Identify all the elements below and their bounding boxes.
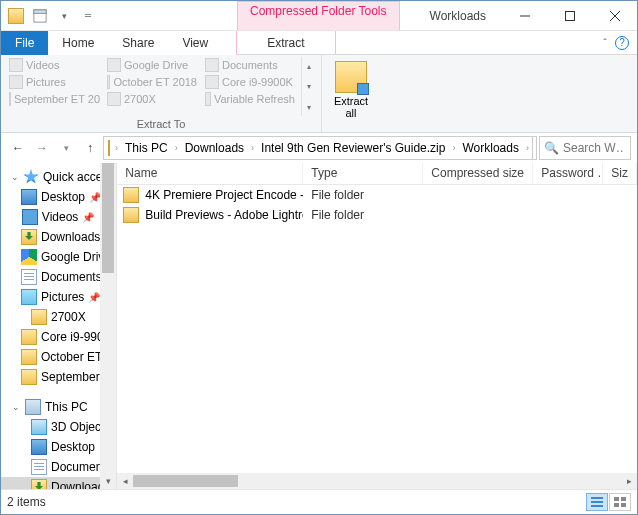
svg-rect-11 [614, 503, 619, 507]
status-text: 2 items [7, 495, 46, 509]
extract-destination[interactable]: Pictures [7, 74, 101, 90]
item-icon [21, 229, 37, 245]
expand-collapse-icon[interactable]: ⌄ [11, 172, 19, 182]
svg-rect-3 [565, 11, 574, 20]
navpane-item[interactable]: Desktop [1, 437, 116, 457]
column-name[interactable]: Name [117, 163, 303, 184]
close-button[interactable] [592, 1, 637, 30]
item-icon [21, 349, 37, 365]
address-history-dropdown[interactable]: ⌄ [532, 137, 537, 159]
content-pane: Name Type Compressed size Password … Siz… [117, 163, 637, 489]
search-box[interactable]: 🔍 [539, 136, 631, 160]
nav-recent-dropdown[interactable]: ▾ [55, 137, 77, 159]
extract-destination[interactable]: Documents [203, 57, 297, 73]
column-compressed-size[interactable]: Compressed size [423, 163, 533, 184]
file-row[interactable]: Build Previews - Adobe Lightroom …File f… [117, 205, 637, 225]
properties-icon[interactable] [29, 5, 51, 27]
navpane-item[interactable]: Desktop📌 [1, 187, 116, 207]
tab-view[interactable]: View [168, 31, 222, 55]
window-title: Workloads [400, 1, 502, 30]
navpane-item[interactable]: 2700X [1, 307, 116, 327]
extract-destination[interactable]: Google Drive [105, 57, 199, 73]
item-icon [31, 309, 47, 325]
nav-back-button[interactable]: ← [7, 137, 29, 159]
nav-forward-button[interactable]: → [31, 137, 53, 159]
extract-destination[interactable]: Videos [7, 57, 101, 73]
navpane-item[interactable]: Documents📌 [1, 267, 116, 287]
expand-collapse-icon[interactable]: ⌄ [11, 402, 21, 412]
scroll-left-icon[interactable]: ◂ [117, 473, 133, 489]
column-headers: Name Type Compressed size Password … Siz [117, 163, 637, 185]
item-icon [21, 329, 37, 345]
minimize-button[interactable] [502, 1, 547, 30]
navpane-item[interactable]: Core i9-9900K [1, 327, 116, 347]
navpane-item[interactable]: Google Drive📌 [1, 247, 116, 267]
navpane-item[interactable]: Downloads📌 [1, 227, 116, 247]
address-folder-icon[interactable] [108, 140, 110, 156]
breadcrumb-seg[interactable]: This PC [121, 141, 172, 155]
tab-home[interactable]: Home [48, 31, 108, 55]
address-bar[interactable]: › This PC› Downloads› Intel 9th Gen Revi… [103, 136, 537, 160]
extract-destination[interactable]: October ET 2018 [105, 74, 199, 90]
breadcrumb-chevron[interactable]: › [113, 143, 120, 153]
folder-icon [107, 75, 110, 89]
column-size[interactable]: Siz [603, 163, 637, 184]
extract-destination[interactable]: 2700X [105, 91, 199, 107]
scrollbar-thumb[interactable] [133, 475, 238, 487]
scrollbar-thumb[interactable] [102, 163, 114, 273]
view-details-button[interactable] [586, 493, 608, 511]
folder-icon [123, 207, 139, 223]
navpane-item[interactable]: Videos📌 [1, 207, 116, 227]
breadcrumb-seg[interactable]: Workloads [458, 141, 522, 155]
folder-icon [123, 187, 139, 203]
content-hscrollbar[interactable]: ◂ ▸ [117, 473, 637, 489]
navpane-quick-access[interactable]: ⌄ Quick access [1, 167, 116, 187]
navigation-row: ← → ▾ ↑ › This PC› Downloads› Intel 9th … [1, 133, 637, 163]
qat-dropdown-icon[interactable]: ▾ [53, 5, 75, 27]
extract-destination[interactable]: Variable Refresh [203, 91, 297, 107]
file-row[interactable]: 4K Premiere Project Encode - Adob…File f… [117, 185, 637, 205]
navpane-this-pc[interactable]: ⌄ This PC [1, 397, 116, 417]
tab-extract[interactable]: Extract [236, 31, 335, 55]
view-large-icons-button[interactable] [609, 493, 631, 511]
scroll-down-icon[interactable]: ▾ [100, 473, 116, 489]
breadcrumb-seg[interactable]: Intel 9th Gen Reviewer's Guide.zip [257, 141, 449, 155]
ribbon-tabs: File Home Share View Extract ˆ ? [1, 31, 637, 55]
navpane-scrollbar[interactable]: ▾ [100, 163, 116, 489]
folder-icon [205, 92, 211, 106]
qat-overflow[interactable]: ＝ [77, 5, 99, 27]
pin-icon: 📌 [89, 192, 101, 203]
context-tab-group: Compressed Folder Tools [237, 1, 400, 30]
dest-scroll-down[interactable]: ▾ [302, 78, 315, 96]
item-icon [22, 209, 38, 225]
maximize-button[interactable] [547, 1, 592, 30]
scroll-right-icon[interactable]: ▸ [621, 473, 637, 489]
ribbon: VideosPicturesSeptember ET 2018 Google D… [1, 55, 637, 133]
dest-scroll-up[interactable]: ▴ [302, 57, 315, 75]
navpane-item[interactable]: Downloads [1, 477, 116, 489]
app-icon[interactable] [5, 5, 27, 27]
svg-rect-6 [591, 497, 603, 499]
navpane-item[interactable]: Pictures📌 [1, 287, 116, 307]
nav-up-button[interactable]: ↑ [79, 137, 101, 159]
item-icon [21, 189, 37, 205]
navpane-item[interactable]: Documents [1, 457, 116, 477]
column-password[interactable]: Password … [533, 163, 603, 184]
breadcrumb-seg[interactable]: Downloads [181, 141, 248, 155]
search-input[interactable] [563, 141, 623, 155]
help-icon[interactable]: ? [615, 36, 629, 50]
extract-destination[interactable]: September ET 2018 [7, 91, 101, 107]
extract-all-button[interactable]: Extract all [328, 57, 374, 123]
navpane-item[interactable]: September ET 20 [1, 367, 116, 387]
item-icon [21, 289, 37, 305]
tab-file[interactable]: File [1, 31, 48, 55]
item-icon [31, 479, 47, 489]
svg-rect-10 [621, 497, 626, 501]
dest-more[interactable]: ▾ [302, 98, 315, 116]
navpane-item[interactable]: October ET 2018 [1, 347, 116, 367]
tab-share[interactable]: Share [108, 31, 168, 55]
extract-destination[interactable]: Core i9-9900K [203, 74, 297, 90]
ribbon-collapse-icon[interactable]: ˆ [603, 37, 607, 49]
column-type[interactable]: Type [303, 163, 423, 184]
navpane-item[interactable]: 3D Objects [1, 417, 116, 437]
